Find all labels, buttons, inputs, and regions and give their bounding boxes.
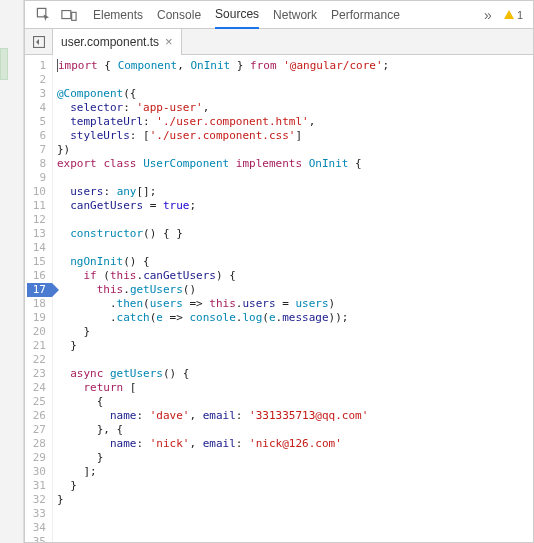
code-line[interactable]	[57, 73, 389, 87]
line-number[interactable]: 16	[27, 269, 46, 283]
code-editor[interactable]: 1234567891011121314151617181920212223242…	[25, 55, 533, 542]
code-line[interactable]: .catch(e => console.log(e.message));	[57, 311, 389, 325]
device-toggle-icon[interactable]	[57, 3, 81, 27]
line-number[interactable]: 3	[27, 87, 46, 101]
line-number[interactable]: 20	[27, 325, 46, 339]
line-number[interactable]: 27	[27, 423, 46, 437]
page-left-rail	[0, 0, 24, 543]
line-number[interactable]: 35	[27, 535, 46, 542]
code-line[interactable]: })	[57, 143, 389, 157]
code-content[interactable]: import { Component, OnInit } from '@angu…	[53, 55, 389, 542]
line-number[interactable]: 31	[27, 479, 46, 493]
code-line[interactable]: {	[57, 395, 389, 409]
code-line[interactable]: }	[57, 325, 389, 339]
code-line[interactable]	[57, 507, 389, 521]
code-line[interactable]: }	[57, 479, 389, 493]
code-line[interactable]: return [	[57, 381, 389, 395]
line-number[interactable]: 17	[27, 283, 52, 297]
code-line[interactable]: import { Component, OnInit } from '@angu…	[57, 59, 389, 73]
line-number[interactable]: 19	[27, 311, 46, 325]
line-number[interactable]: 30	[27, 465, 46, 479]
line-number[interactable]: 5	[27, 115, 46, 129]
code-line[interactable]: canGetUsers = true;	[57, 199, 389, 213]
code-line[interactable]: export class UserComponent implements On…	[57, 157, 389, 171]
code-line[interactable]: }	[57, 493, 389, 507]
line-number[interactable]: 22	[27, 353, 46, 367]
line-number[interactable]: 1	[27, 59, 46, 73]
devtools-toolbar: Elements Console Sources Network Perform…	[25, 1, 533, 29]
code-line[interactable]: name: 'nick', email: 'nick@126.com'	[57, 437, 389, 451]
code-line[interactable]: this.getUsers()	[57, 283, 389, 297]
line-number[interactable]: 26	[27, 409, 46, 423]
code-line[interactable]: ];	[57, 465, 389, 479]
line-number[interactable]: 6	[27, 129, 46, 143]
code-line[interactable]: }, {	[57, 423, 389, 437]
code-line[interactable]: if (this.canGetUsers) {	[57, 269, 389, 283]
line-number[interactable]: 34	[27, 521, 46, 535]
line-number[interactable]: 29	[27, 451, 46, 465]
code-line[interactable]: templateUrl: './user.component.html',	[57, 115, 389, 129]
line-number[interactable]: 18	[27, 297, 46, 311]
code-line[interactable]	[57, 213, 389, 227]
more-tabs-icon[interactable]: »	[478, 7, 498, 23]
line-number[interactable]: 7	[27, 143, 46, 157]
line-number[interactable]: 4	[27, 101, 46, 115]
line-number[interactable]: 25	[27, 395, 46, 409]
tab-elements[interactable]: Elements	[93, 2, 143, 28]
tab-console[interactable]: Console	[157, 2, 201, 28]
line-number[interactable]: 33	[27, 507, 46, 521]
code-line[interactable]: selector: 'app-user',	[57, 101, 389, 115]
line-number[interactable]: 28	[27, 437, 46, 451]
code-line[interactable]	[57, 171, 389, 185]
code-line[interactable]: async getUsers() {	[57, 367, 389, 381]
line-number[interactable]: 2	[27, 73, 46, 87]
code-line[interactable]: constructor() { }	[57, 227, 389, 241]
line-number[interactable]: 12	[27, 213, 46, 227]
line-number[interactable]: 13	[27, 227, 46, 241]
line-number[interactable]: 11	[27, 199, 46, 213]
line-number[interactable]: 21	[27, 339, 46, 353]
file-tab[interactable]: user.component.ts ×	[53, 29, 182, 55]
code-line[interactable]	[57, 521, 389, 535]
code-line[interactable]: @Component({	[57, 87, 389, 101]
line-number[interactable]: 15	[27, 255, 46, 269]
line-number[interactable]: 23	[27, 367, 46, 381]
line-number[interactable]: 9	[27, 171, 46, 185]
close-icon[interactable]: ×	[165, 34, 173, 49]
code-line[interactable]: styleUrls: ['./user.component.css']	[57, 129, 389, 143]
code-line[interactable]: users: any[];	[57, 185, 389, 199]
file-tab-bar: user.component.ts ×	[25, 29, 533, 55]
svg-rect-1	[62, 10, 71, 18]
code-line[interactable]	[57, 241, 389, 255]
line-gutter[interactable]: 1234567891011121314151617181920212223242…	[25, 55, 53, 542]
line-number[interactable]: 32	[27, 493, 46, 507]
tab-performance[interactable]: Performance	[331, 2, 400, 28]
code-line[interactable]: name: 'dave', email: '331335713@qq.com'	[57, 409, 389, 423]
file-tab-name: user.component.ts	[61, 35, 159, 49]
devtools-tabs: Elements Console Sources Network Perform…	[93, 1, 400, 29]
line-number[interactable]: 24	[27, 381, 46, 395]
line-number[interactable]: 14	[27, 241, 46, 255]
code-line[interactable]: .then(users => this.users = users)	[57, 297, 389, 311]
navigator-toggle-icon[interactable]	[25, 29, 53, 55]
inspect-icon[interactable]	[31, 3, 55, 27]
tab-sources[interactable]: Sources	[215, 1, 259, 29]
code-line[interactable]	[57, 535, 389, 542]
tab-network[interactable]: Network	[273, 2, 317, 28]
devtools-panel: Elements Console Sources Network Perform…	[24, 0, 534, 543]
warning-badge[interactable]: 1	[500, 9, 527, 21]
warning-count: 1	[517, 9, 523, 21]
code-line[interactable]: }	[57, 451, 389, 465]
line-number[interactable]: 10	[27, 185, 46, 199]
code-line[interactable]: }	[57, 339, 389, 353]
warning-icon	[504, 10, 514, 19]
svg-rect-2	[72, 12, 76, 20]
line-number[interactable]: 8	[27, 157, 46, 171]
left-marker	[0, 48, 8, 80]
code-line[interactable]: ngOnInit() {	[57, 255, 389, 269]
code-line[interactable]	[57, 353, 389, 367]
